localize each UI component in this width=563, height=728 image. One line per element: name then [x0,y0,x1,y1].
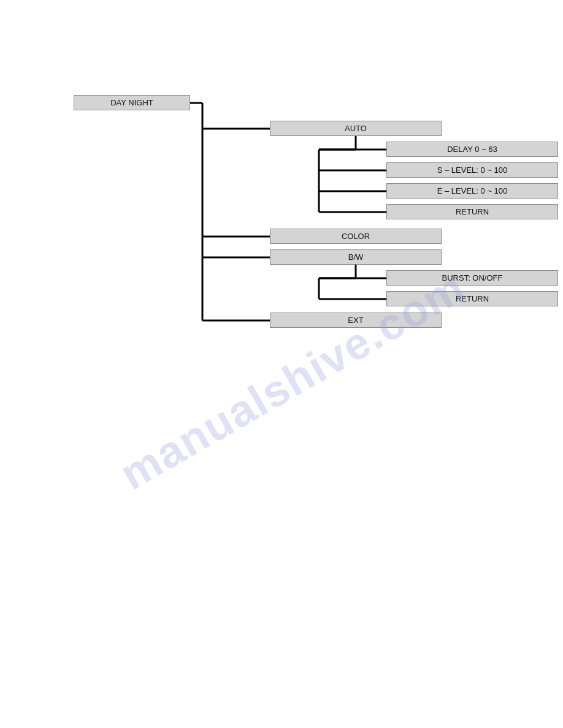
node-bw: B/W [270,249,442,265]
node-color: COLOR [270,229,442,244]
node-elevel: E – LEVEL: 0 ~ 100 [386,183,558,199]
node-return1: RETURN [386,204,558,219]
node-auto: AUTO [270,121,442,136]
node-burst: BURST: ON/OFF [386,270,558,286]
node-day-night: DAY NIGHT [74,95,190,110]
node-ext: EXT [270,313,442,328]
node-return2: RETURN [386,291,558,306]
node-slevel: S – LEVEL: 0 ~ 100 [386,162,558,178]
node-delay: DELAY 0 ~ 63 [386,142,558,157]
